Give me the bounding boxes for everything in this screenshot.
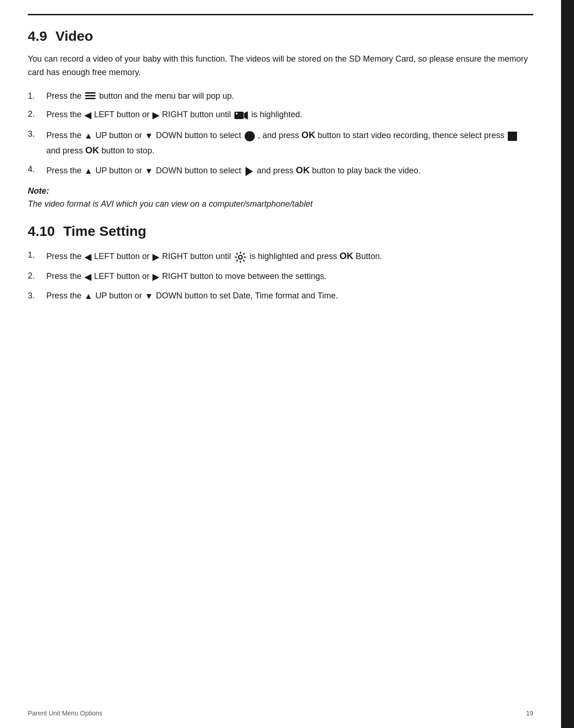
stop-icon [508, 132, 517, 141]
video-cam-icon [234, 108, 248, 122]
step-49-2-number: 2. [28, 108, 46, 121]
gear-icon [234, 250, 246, 264]
step-49-3: 3. Press the ▲ UP button or ▼ DOWN butto… [28, 127, 533, 158]
step-49-1-content: Press the button and the menu bar will p… [46, 89, 533, 103]
ok-bold-2: OK [85, 145, 99, 155]
right-bar [561, 0, 574, 728]
step-410-2: 2. Press the ◀ LEFT button or ▶ RIGHT bu… [28, 269, 533, 285]
step-49-4-number: 4. [28, 163, 46, 176]
section-49-heading: Video [56, 28, 93, 44]
svg-point-2 [236, 113, 238, 114]
svg-line-9 [236, 253, 238, 254]
svg-marker-3 [246, 167, 253, 176]
step-49-2-content: Press the ◀ LEFT button or ▶ RIGHT butto… [46, 108, 533, 123]
left-arrow-icon-3: ◀ [84, 249, 91, 265]
step-410-1: 1. Press the ◀ LEFT button or ▶ RIGHT bu… [28, 248, 533, 265]
play-icon [245, 165, 254, 178]
step-49-3-number: 3. [28, 127, 46, 141]
step-410-2-number: 2. [28, 269, 46, 283]
svg-marker-1 [244, 111, 248, 120]
note-label: Note: [28, 186, 533, 196]
right-arrow-icon-3: ▶ [152, 249, 159, 265]
section-49-title: 4.9 Video [28, 28, 533, 44]
svg-point-4 [239, 255, 242, 259]
step-410-1-content: Press the ◀ LEFT button or ▶ RIGHT butto… [46, 248, 533, 265]
down-arrow-icon: ▼ [145, 129, 153, 143]
section-410-heading: Time Setting [63, 223, 146, 239]
ok-bold-4: OK [340, 251, 353, 261]
up-arrow-icon-2: ▲ [84, 165, 93, 178]
menu-icon [85, 92, 95, 100]
svg-rect-0 [234, 112, 244, 119]
step-49-1: 1. Press the button and the menu bar wil… [28, 89, 533, 103]
right-arrow-icon: ▶ [152, 108, 159, 123]
step-49-3-content: Press the ▲ UP button or ▼ DOWN button t… [46, 127, 533, 158]
footer: Parent Unit Menu Options 19 [28, 709, 533, 717]
svg-line-12 [236, 260, 238, 261]
step-49-2: 2. Press the ◀ LEFT button or ▶ RIGHT bu… [28, 108, 533, 123]
section-49-number: 4.9 [28, 28, 47, 44]
step-410-3: 3. Press the ▲ UP button or ▼ DOWN butto… [28, 289, 533, 303]
section-49-intro: You can record a video of your baby with… [28, 52, 533, 79]
right-arrow-icon-4: ▶ [152, 269, 159, 285]
section-410-steps: 1. Press the ◀ LEFT button or ▶ RIGHT bu… [28, 248, 533, 303]
top-border [28, 14, 533, 15]
up-arrow-icon: ▲ [84, 129, 93, 143]
footer-right: 19 [526, 709, 533, 717]
svg-line-11 [243, 253, 244, 254]
note-text: The video format is AVI which you can vi… [28, 198, 533, 210]
ok-bold-1: OK [302, 130, 315, 140]
step-49-4-content: Press the ▲ UP button or ▼ DOWN button t… [46, 163, 533, 178]
step-410-3-number: 3. [28, 289, 46, 303]
step-410-3-content: Press the ▲ UP button or ▼ DOWN button t… [46, 289, 533, 303]
section-49-steps: 1. Press the button and the menu bar wil… [28, 89, 533, 178]
left-arrow-icon: ◀ [84, 108, 91, 123]
ok-bold-3: OK [296, 165, 310, 175]
step-49-4: 4. Press the ▲ UP button or ▼ DOWN butto… [28, 163, 533, 178]
step-410-1-number: 1. [28, 248, 46, 262]
footer-left: Parent Unit Menu Options [28, 709, 102, 717]
svg-line-10 [243, 260, 244, 261]
left-arrow-icon-4: ◀ [84, 269, 91, 285]
record-icon [245, 131, 255, 141]
section-410-number: 4.10 [28, 223, 55, 239]
up-arrow-icon-3: ▲ [84, 290, 93, 304]
section-410-title: 4.10 Time Setting [28, 223, 533, 239]
step-49-1-number: 1. [28, 89, 46, 103]
step-410-2-content: Press the ◀ LEFT button or ▶ RIGHT butto… [46, 269, 533, 285]
down-arrow-icon-3: ▼ [145, 290, 153, 304]
down-arrow-icon-2: ▼ [145, 165, 153, 178]
